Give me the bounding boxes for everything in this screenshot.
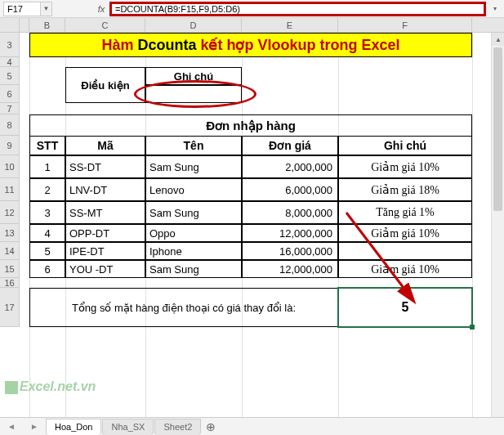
excel-logo-icon — [5, 381, 18, 394]
col-header-d[interactable]: D — [145, 18, 242, 32]
table-row[interactable]: 16,000,000 — [242, 242, 338, 260]
table-row[interactable]: Oppo — [145, 224, 242, 242]
formula-bar-row: F17 ▼ fx =DCOUNTA(B9:F15,F9,D5:D6) ▾ — [0, 0, 504, 18]
row-header[interactable]: 11 — [0, 178, 20, 201]
table-row[interactable]: OPP-DT — [65, 224, 145, 242]
row-header[interactable]: 6 — [0, 85, 20, 103]
row-header[interactable]: 9 — [0, 136, 20, 155]
table-row[interactable]: IPE-DT — [65, 242, 145, 260]
vertical-scrollbar[interactable]: ▲ — [491, 33, 504, 417]
col-header-b[interactable]: B — [29, 18, 65, 32]
th-ma[interactable]: Mã — [65, 136, 145, 155]
sheet-tab[interactable]: Sheet2 — [154, 419, 201, 435]
table-row[interactable]: 3 — [29, 201, 65, 224]
spreadsheet-grid: B C D E F 3 4 5 6 7 8 9 10 11 12 13 14 1… — [0, 18, 504, 417]
table-row[interactable]: SS-DT — [65, 155, 145, 178]
th-ghichu[interactable]: Ghi chú — [338, 136, 472, 155]
table-title[interactable]: Đơn nhập hàng — [29, 114, 472, 136]
table-row[interactable]: 6,000,000 — [242, 178, 338, 201]
table-row[interactable]: Iphone — [145, 242, 242, 260]
sheet-tabs-bar: ◄ ► Hoa_Don Nha_SX Sheet2 ⊕ — [0, 417, 504, 435]
table-row[interactable]: LNV-DT — [65, 178, 145, 201]
table-row[interactable]: 4 — [29, 224, 65, 242]
add-sheet-icon[interactable]: ⊕ — [202, 419, 220, 435]
table-row[interactable]: Giảm giá 18% — [338, 178, 472, 201]
table-row[interactable]: Tăng giá 1% — [338, 201, 472, 224]
tab-nav-prev-icon[interactable]: ◄ — [0, 418, 23, 436]
title-cell[interactable]: Hàm Dcounta kết hợp Vlookup trong Excel — [29, 33, 472, 57]
row-header[interactable]: 16 — [0, 278, 20, 288]
table-row[interactable]: Giảm giá 10% — [338, 224, 472, 242]
table-row[interactable]: Sam Sung — [145, 155, 242, 178]
name-box-dropdown[interactable]: ▼ — [41, 2, 52, 16]
table-row[interactable]: 2,000,000 — [242, 155, 338, 178]
table-row[interactable]: 12,000,000 — [242, 224, 338, 242]
table-row[interactable]: 2 — [29, 178, 65, 201]
fx-button[interactable]: fx — [93, 2, 109, 16]
table-row[interactable]: Giảm giá 10% — [338, 260, 472, 278]
table-row[interactable]: 6 — [29, 260, 65, 278]
row-headers: 3 4 5 6 7 8 9 10 11 12 13 14 15 16 17 — [0, 33, 20, 327]
sheet-tab[interactable]: Nha_SX — [102, 419, 154, 435]
row-header[interactable]: 14 — [0, 242, 20, 260]
title-text: Hàm Dcounta kết hợp Vlookup trong Excel — [101, 36, 399, 54]
summary-label[interactable]: Tổng số mặt hàng điện thoại có giá thay … — [29, 288, 338, 327]
th-dongia[interactable]: Đơn giá — [242, 136, 338, 155]
select-all-corner[interactable] — [0, 18, 20, 33]
condition-note-header[interactable]: Ghi chú — [145, 67, 242, 85]
th-ten[interactable]: Tên — [145, 136, 242, 155]
col-header-e[interactable]: E — [242, 18, 338, 32]
row-header[interactable]: 8 — [0, 114, 20, 136]
table-row[interactable]: 12,000,000 — [242, 260, 338, 278]
row-header[interactable]: 15 — [0, 260, 20, 278]
row-header[interactable]: 10 — [0, 155, 20, 178]
name-box[interactable]: F17 — [3, 2, 41, 16]
row-header[interactable]: 5 — [0, 67, 20, 85]
column-headers: B C D E F — [20, 18, 504, 33]
table-row[interactable]: SS-MT — [65, 201, 145, 224]
result-cell[interactable]: 5 — [338, 288, 472, 327]
tab-nav-next-icon[interactable]: ► — [23, 418, 46, 436]
formula-expand-icon[interactable]: ▾ — [489, 2, 501, 16]
row-header[interactable]: 7 — [0, 103, 20, 114]
th-stt[interactable]: STT — [29, 136, 65, 155]
row-header[interactable]: 17 — [0, 288, 20, 327]
row-header[interactable]: 3 — [0, 33, 20, 57]
table-row[interactable]: 1 — [29, 155, 65, 178]
selection-handle[interactable] — [470, 325, 475, 330]
table-row[interactable]: Lenovo — [145, 178, 242, 201]
table-row[interactable]: Sam Sung — [145, 260, 242, 278]
watermark: Excel.net.vn — [5, 379, 96, 394]
row-header[interactable]: 4 — [0, 57, 20, 67]
row-header[interactable]: 13 — [0, 224, 20, 242]
table-row[interactable] — [338, 242, 472, 260]
row-header[interactable]: 12 — [0, 201, 20, 224]
table-row[interactable]: 5 — [29, 242, 65, 260]
table-row[interactable]: YOU -DT — [65, 260, 145, 278]
scroll-up-icon[interactable]: ▲ — [492, 33, 504, 46]
col-header-f[interactable]: F — [338, 18, 472, 32]
formula-bar[interactable]: =DCOUNTA(B9:F15,F9,D5:D6) — [109, 2, 486, 16]
condition-label[interactable]: Điều kiện — [65, 67, 145, 103]
col-header-a[interactable] — [20, 18, 29, 32]
col-header-c[interactable]: C — [65, 18, 145, 32]
scroll-thumb[interactable] — [493, 47, 502, 211]
table-row[interactable]: Giảm giá 10% — [338, 155, 472, 178]
table-row[interactable]: 8,000,000 — [242, 201, 338, 224]
cells-area[interactable]: Hàm Dcounta kết hợp Vlookup trong Excel … — [20, 33, 485, 417]
table-row[interactable]: Sam Sung — [145, 201, 242, 224]
condition-note-value[interactable] — [145, 85, 242, 103]
sheet-tab-active[interactable]: Hoa_Don — [46, 419, 101, 435]
